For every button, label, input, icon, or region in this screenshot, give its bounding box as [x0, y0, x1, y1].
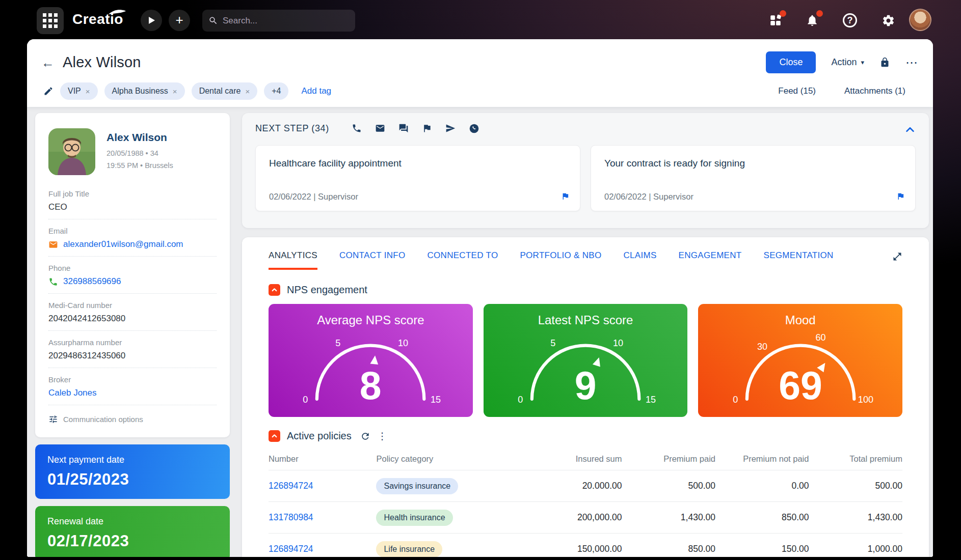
tab-contact-info[interactable]: CONTACT INFO — [339, 250, 406, 268]
gauge-chart: 0306010069 — [726, 325, 875, 413]
kebab-menu-icon[interactable]: ⋮ — [378, 431, 387, 441]
email-icon[interactable] — [375, 123, 385, 134]
record-content: Alex Wilson 20/05/1988 • 34 19:55 PM • B… — [27, 107, 933, 557]
contact-time-location: 19:55 PM • Brussels — [106, 160, 173, 171]
top-navbar: Creatio + ? — [0, 0, 961, 41]
feed-tab[interactable]: Feed (15) — [778, 86, 816, 96]
tab-claims[interactable]: CLAIMS — [624, 250, 657, 268]
table-row[interactable]: 126894724 Life insurance 150,000.00 850.… — [269, 534, 902, 557]
marketplace-apps-button[interactable] — [767, 12, 784, 29]
apps-notification-dot — [780, 10, 786, 17]
policy-number-link[interactable]: 126894724 — [269, 544, 376, 554]
sliders-icon — [48, 414, 58, 424]
screen: Creatio + ? ← — [0, 0, 961, 560]
tab-portfolio-nbo[interactable]: PORTFOLIO & NBO — [520, 250, 601, 268]
attachments-tab[interactable]: Attachments (1) — [844, 86, 905, 96]
phone-icon — [48, 277, 58, 287]
call-icon[interactable] — [352, 123, 362, 134]
next-step-title: NEXT STEP (34) — [255, 123, 329, 134]
collapse-panel-icon[interactable] — [904, 124, 916, 137]
add-tag-button[interactable]: Add tag — [301, 86, 331, 96]
policy-category-badge: Life insurance — [376, 541, 442, 557]
table-row[interactable]: 126894724 Savings insurance 20.000.00 50… — [269, 470, 902, 502]
user-avatar[interactable] — [909, 9, 931, 31]
broker-link[interactable]: Caleb Jones — [48, 388, 217, 398]
policy-category-badge: Savings insurance — [376, 478, 458, 494]
lock-icon[interactable] — [879, 57, 890, 68]
settings-button[interactable] — [880, 12, 896, 29]
notifications-button[interactable] — [804, 12, 820, 29]
svg-text:0: 0 — [518, 395, 523, 405]
remove-tag-icon[interactable]: × — [86, 87, 90, 96]
expand-icon[interactable] — [892, 251, 902, 264]
svg-text:5: 5 — [335, 338, 340, 348]
search-icon — [208, 16, 218, 25]
next-step-card[interactable]: Healthcare facility appointment 02/06/20… — [255, 145, 580, 211]
table-header-row: Number Policy category Insured sum Premi… — [269, 448, 902, 470]
phone-link[interactable]: 326988569696 — [48, 276, 217, 287]
app-launcher-button[interactable] — [37, 7, 64, 34]
send-icon[interactable] — [445, 123, 456, 134]
gauge-mood: Mood0306010069 — [698, 304, 902, 417]
tab-engagement[interactable]: ENGAGEMENT — [679, 250, 742, 268]
contact-photo — [48, 128, 95, 175]
tag-chip[interactable]: Dental care× — [192, 82, 258, 100]
remove-tag-icon[interactable]: × — [245, 87, 250, 96]
help-button[interactable]: ? — [842, 12, 858, 29]
help-icon: ? — [843, 13, 857, 27]
tab-analytics[interactable]: ANALYTICS — [269, 250, 317, 270]
contact-birthdate: 20/05/1988 • 34 — [106, 148, 173, 159]
policies-table: Number Policy category Insured sum Premi… — [269, 448, 902, 557]
policy-number-link[interactable]: 126894724 — [269, 481, 376, 491]
next-step-panel: NEXT STEP (34) — [242, 113, 929, 228]
chat-icon[interactable] — [398, 123, 409, 134]
flag-icon[interactable] — [896, 192, 905, 203]
svg-text:8: 8 — [360, 363, 382, 407]
plus-icon: + — [175, 12, 183, 28]
edit-tags-icon[interactable] — [43, 86, 54, 96]
svg-text:0: 0 — [733, 395, 738, 405]
svg-text:69: 69 — [779, 363, 822, 407]
collapse-section-icon[interactable] — [269, 284, 280, 296]
contact-name: Alex Wilson — [106, 131, 173, 144]
global-search[interactable] — [202, 10, 355, 32]
record-header: ← Alex Wilson Close Action ▾ ⋯ — [27, 39, 933, 107]
profile-card: Alex Wilson 20/05/1988 • 34 19:55 PM • B… — [35, 113, 230, 437]
close-button[interactable]: Close — [766, 51, 816, 73]
svg-text:5: 5 — [550, 338, 555, 348]
remove-tag-icon[interactable]: × — [173, 87, 177, 96]
tag-chip[interactable]: Alpha Business× — [104, 82, 185, 100]
chevron-down-icon: ▾ — [861, 59, 864, 66]
flag-icon[interactable] — [422, 123, 432, 134]
table-row[interactable]: 131780984 Health insurance 200,000.00 1,… — [269, 502, 902, 534]
page-title: Alex Wilson — [63, 54, 141, 71]
tag-chip[interactable]: VIP× — [60, 82, 98, 100]
collapse-section-icon[interactable] — [269, 430, 280, 442]
quick-add-button[interactable]: + — [169, 10, 190, 31]
more-options-button[interactable]: ⋯ — [905, 60, 919, 65]
grid-icon — [43, 13, 58, 28]
policy-number-link[interactable]: 131780984 — [269, 512, 376, 523]
whatsapp-icon[interactable] — [469, 123, 479, 134]
process-run-button[interactable] — [141, 10, 162, 31]
field-job-title: Full job Title CEO — [48, 182, 217, 219]
svg-text:100: 100 — [858, 395, 873, 405]
search-input[interactable] — [223, 16, 335, 26]
refresh-icon[interactable] — [360, 431, 370, 441]
back-button[interactable]: ← — [41, 56, 55, 69]
policies-section-header: Active policies ⋮ — [269, 430, 902, 442]
communication-options-button[interactable]: Communication options — [48, 405, 217, 427]
field-email: Email alexander01wilson@gmail.com — [48, 219, 217, 257]
svg-text:0: 0 — [303, 395, 308, 405]
tab-connected-to[interactable]: CONNECTED TO — [427, 250, 498, 268]
next-step-card[interactable]: Your contract is ready for signing 02/06… — [591, 145, 916, 211]
tab-segmentation[interactable]: SEGMENTATION — [764, 250, 834, 268]
tab-bar: ANALYTICS CONTACT INFO CONNECTED TO PORT… — [269, 250, 902, 270]
action-dropdown[interactable]: Action ▾ — [831, 57, 864, 68]
tag-overflow-chip[interactable]: +4 — [264, 82, 288, 100]
nps-gauges: Average NPS score0510158 Latest NPS scor… — [269, 304, 902, 417]
email-link[interactable]: alexander01wilson@gmail.com — [48, 239, 217, 249]
renewal-date-card[interactable]: Renewal date 02/17/2023 — [35, 506, 230, 557]
next-payment-card[interactable]: Next payment date 01/25/2023 — [35, 444, 230, 499]
flag-icon[interactable] — [561, 192, 570, 203]
